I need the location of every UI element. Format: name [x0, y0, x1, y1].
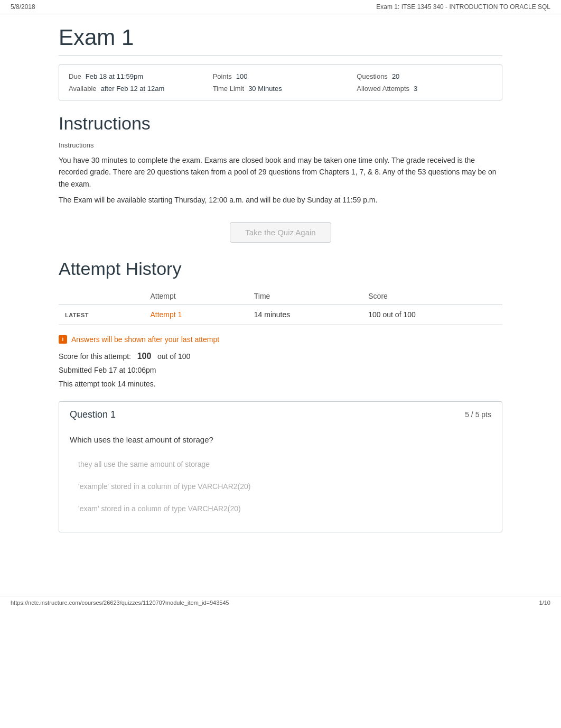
exam-title: Exam 1 [59, 25, 502, 56]
col-header-time: Time [248, 288, 362, 305]
question-1-block: Question 1 5 / 5 pts Which uses the leas… [59, 401, 502, 532]
due-value: Feb 18 at 11:59pm [86, 72, 143, 80]
time-limit-label: Time Limit [213, 85, 244, 93]
attempt-link[interactable]: Attempt 1 [150, 310, 182, 319]
score-out-of: out of 100 [157, 352, 190, 361]
question-1-text: Which uses the least amount of storage? [70, 435, 491, 444]
footer-url: https://nctc.instructure.com/courses/266… [11, 600, 229, 606]
exam-meta: Due Feb 18 at 11:59pm Points 100 Questio… [59, 64, 502, 100]
score-label: Score for this attempt: [59, 352, 131, 361]
allowed-attempts-value: 3 [414, 85, 417, 93]
answers-notice-text: Answers will be shown after your last at… [71, 335, 219, 344]
instructions-paragraph-2: The Exam will be available starting Thur… [59, 194, 502, 206]
topbar-date: 5/8/2018 [11, 3, 35, 11]
instructions-title: Instructions [59, 113, 502, 134]
notice-icon: i [59, 335, 67, 344]
table-row: LATEST Attempt 1 14 minutes 100 out of 1… [59, 305, 502, 324]
due-label: Due [69, 72, 81, 80]
points-value: 100 [236, 72, 248, 80]
attempt-table: Attempt Time Score LATEST Attempt 1 14 m… [59, 288, 502, 325]
instructions-label: Instructions [59, 141, 502, 149]
attempt-time: 14 minutes [248, 305, 362, 324]
questions-label: Questions [357, 72, 388, 80]
score-info: Score for this attempt: 100 out of 100 S… [59, 349, 502, 391]
col-header-attempt: Attempt [144, 288, 247, 305]
allowed-attempts-label: Allowed Attempts [357, 85, 409, 93]
score-number: 100 [137, 352, 152, 361]
col-header-empty [59, 288, 144, 305]
answers-notice: i Answers will be shown after your last … [59, 335, 502, 344]
time-limit-value: 30 Minutes [248, 85, 282, 93]
available-value: after Feb 12 at 12am [101, 85, 165, 93]
topbar-title: Exam 1: ITSE 1345 340 - INTRODUCTION TO … [376, 3, 550, 11]
question-1-title: Question 1 [70, 409, 116, 420]
col-header-score: Score [362, 288, 502, 305]
available-label: Available [69, 85, 97, 93]
attempt-history-title: Attempt History [59, 259, 502, 279]
answer-option-2[interactable]: 'example' stored in a column of type VAR… [70, 477, 491, 496]
took-text: This attempt took 14 minutes. [59, 377, 502, 391]
footer-pagination: 1/10 [539, 600, 550, 606]
submitted-text: Submitted Feb 17 at 10:06pm [59, 364, 502, 377]
instructions-paragraph-1: You have 30 minutes to complete the exam… [59, 154, 502, 190]
answer-option-3[interactable]: 'exam' stored in a column of type VARCHA… [70, 499, 491, 518]
attempt-score: 100 out of 100 [362, 305, 502, 324]
latest-label: LATEST [65, 312, 89, 318]
question-1-points: 5 / 5 pts [465, 410, 491, 419]
points-label: Points [213, 72, 232, 80]
answer-option-1[interactable]: they all use the same amount of storage [70, 455, 491, 474]
questions-value: 20 [392, 72, 399, 80]
take-quiz-button[interactable]: Take the Quiz Again [230, 222, 331, 243]
